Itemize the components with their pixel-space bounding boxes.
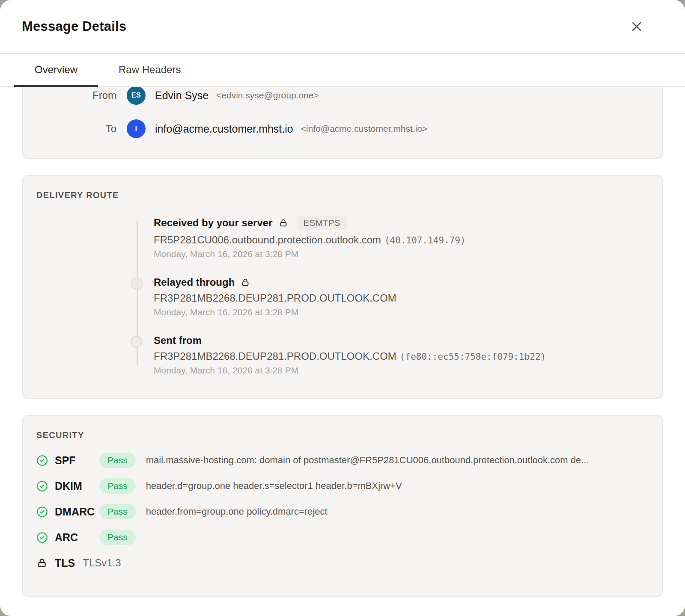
check-circle-icon xyxy=(36,506,48,518)
close-button[interactable] xyxy=(629,19,644,34)
tab-overview[interactable]: Overview xyxy=(14,54,98,87)
route-step-timestamp: Monday, March 16, 2026 at 3:28 PM xyxy=(154,307,649,317)
route-step-title: Relayed through xyxy=(154,276,235,288)
security-row-dkim: DKIM Pass header.d=group.one header.s=se… xyxy=(36,478,649,494)
security-row-tls: TLS TLSv1.3 xyxy=(36,555,649,571)
security-row-dmarc: DMARC Pass header.from=group.one policy.… xyxy=(36,503,649,520)
check-circle-icon xyxy=(36,480,48,492)
to-row: To I info@acme.customer.mhst.io <info@ac… xyxy=(36,119,649,138)
security-check-detail: header.d=group.one header.s=selector1 he… xyxy=(146,480,402,492)
route-step-timestamp: Monday, March 16, 2026 at 3:28 PM xyxy=(154,365,649,376)
status-badge: Pass xyxy=(99,530,136,545)
route-step-title: Sent from xyxy=(154,335,202,346)
route-step-relayed: Relayed through FR3P281MB2268.DEUP281.PR… xyxy=(154,276,649,317)
to-avatar: I xyxy=(127,119,146,138)
route-step-sent: Sent from FR3P281MB2268.DEUP281.PROD.OUT… xyxy=(154,335,649,376)
route-step-ip: (fe80::ec55:758e:f079:1b22) xyxy=(400,352,546,362)
tls-version: TLSv1.3 xyxy=(83,557,121,569)
route-step-received: Received by your server ESMTPS FR5P281CU… xyxy=(154,216,649,259)
security-check-detail: mail.massive-hosting.com: domain of post… xyxy=(146,455,589,466)
security-row-arc: ARC Pass xyxy=(36,529,649,545)
to-label: To xyxy=(36,123,116,135)
backdrop: Message Details Overview Raw Headers Fro… xyxy=(0,0,685,616)
security-check-name: ARC xyxy=(55,531,99,544)
route-step-title: Received by your server xyxy=(154,217,273,229)
tab-bar: Overview Raw Headers xyxy=(0,54,685,87)
security-check-name: DMARC xyxy=(55,506,99,518)
modal-content[interactable]: From ES Edvin Syse <edvin.syse@group.one… xyxy=(0,87,685,615)
from-avatar: ES xyxy=(127,87,146,105)
delivery-timeline: Received by your server ESMTPS FR5P281CU… xyxy=(137,216,649,376)
security-check-detail: header.from=group.one policy.dmarc=rejec… xyxy=(146,506,328,517)
route-step-timestamp: Monday, March 16, 2026 at 3:28 PM xyxy=(154,249,649,259)
status-badge: Pass xyxy=(99,478,136,494)
delivery-route-card: DELIVERY ROUTE Received by your server E… xyxy=(22,175,663,399)
tls-label: TLS xyxy=(55,557,75,569)
message-details-modal: Message Details Overview Raw Headers Fro… xyxy=(0,0,685,616)
check-circle-icon xyxy=(36,455,48,466)
from-address: <edvin.syse@group.one> xyxy=(216,90,319,101)
to-display-name: info@acme.customer.mhst.io xyxy=(155,123,293,135)
from-display-name: Edvin Syse xyxy=(155,89,208,102)
from-label: From xyxy=(36,89,116,101)
check-circle-icon xyxy=(36,532,48,543)
status-badge: Pass xyxy=(99,453,136,468)
security-check-name: SPF xyxy=(55,454,99,467)
tab-raw-headers[interactable]: Raw Headers xyxy=(98,54,201,87)
status-badge: Pass xyxy=(99,504,136,519)
modal-title: Message Details xyxy=(22,19,126,34)
route-step-host: FR3P281MB2268.DEUP281.PROD.OUTLOOK.COM xyxy=(154,292,396,304)
lock-icon xyxy=(241,278,250,287)
protocol-badge: ESMTPS xyxy=(297,216,347,230)
security-heading: SECURITY xyxy=(36,430,649,440)
route-step-ip: (40.107.149.79) xyxy=(384,235,466,246)
modal-header: Message Details xyxy=(0,0,685,54)
close-icon xyxy=(630,20,643,33)
from-row: From ES Edvin Syse <edvin.syse@group.one… xyxy=(36,87,649,105)
security-card: SECURITY SPF Pass mail.massive-hosting.c… xyxy=(22,415,663,597)
lock-icon xyxy=(36,557,48,569)
addresses-card: From ES Edvin Syse <edvin.syse@group.one… xyxy=(22,87,663,159)
route-step-host: FR5P281CU006.outbound.protection.outlook… xyxy=(154,234,381,246)
route-step-host: FR3P281MB2268.DEUP281.PROD.OUTLOOK.COM xyxy=(154,350,396,362)
delivery-route-heading: DELIVERY ROUTE xyxy=(36,190,649,200)
security-row-spf: SPF Pass mail.massive-hosting.com: domai… xyxy=(36,452,649,468)
lock-icon xyxy=(279,218,288,228)
to-address: <info@acme.customer.mhst.io> xyxy=(301,124,428,134)
security-check-name: DKIM xyxy=(55,480,99,492)
